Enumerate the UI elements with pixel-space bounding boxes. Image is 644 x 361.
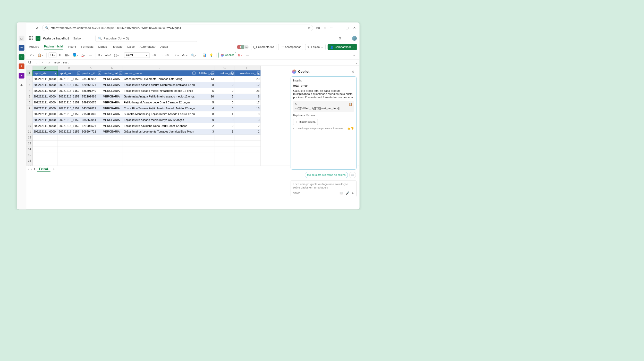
table-cell[interactable]: 202212111_0000 [33, 117, 58, 123]
table-header-cell[interactable]: report_end▾ [58, 70, 81, 76]
table-cell[interactable] [58, 141, 81, 146]
sort-button[interactable]: A↓⌄ [181, 52, 189, 58]
table-cell[interactable] [196, 146, 215, 152]
copy-icon[interactable]: 📋 [349, 103, 352, 106]
table-cell[interactable]: 508694721 [81, 129, 102, 135]
table-cell[interactable]: 643597812 [81, 105, 102, 111]
table-cell[interactable]: MERCEARIA [102, 105, 123, 111]
ribbon-tab[interactable]: Revisão [112, 45, 123, 49]
table-cell[interactable]: 202212111_0000 [33, 123, 58, 129]
table-cell[interactable] [33, 146, 58, 152]
table-cell[interactable]: 15 [234, 105, 261, 111]
table-cell[interactable]: 752109468 [81, 94, 102, 100]
table-cell[interactable] [81, 152, 102, 158]
table-cell[interactable]: 202212111_0000 [33, 94, 58, 100]
ribbon-tab[interactable]: Automatizar [140, 45, 156, 49]
align-button[interactable]: ≡⌄ [97, 52, 103, 58]
row-header[interactable]: 1 [26, 70, 32, 76]
undo-button[interactable]: ↶⌄ [29, 52, 36, 58]
table-cell[interactable] [102, 158, 123, 164]
table-cell[interactable] [102, 141, 123, 146]
fill-color-button[interactable]: 🪣⌄ [72, 52, 80, 58]
table-cell[interactable]: 20221218_1159 [58, 88, 81, 94]
copilot-input[interactable]: Faça uma pergunta ou faça uma solicitaçã… [291, 180, 357, 197]
sheet-tab[interactable]: Folha1 [37, 167, 50, 171]
row-header[interactable]: 8 [26, 111, 32, 117]
table-cell[interactable]: Feijão Integral Assado Leve Brasil Cerra… [123, 100, 196, 105]
ribbon-tab[interactable]: Dados [98, 45, 107, 49]
table-cell[interactable]: 0 [215, 88, 234, 94]
table-cell[interactable] [58, 135, 81, 141]
table-cell[interactable]: MERCEARIA [102, 82, 123, 88]
table-cell[interactable]: 17 [234, 100, 261, 105]
row-header[interactable]: 9 [26, 117, 32, 123]
minimize-button[interactable]: — [338, 26, 342, 30]
table-cell[interactable]: Feijão inteiro assado médio Yirgacheffe … [123, 88, 196, 94]
accept-formula-icon[interactable]: ✓ [45, 61, 47, 64]
table-cell[interactable] [196, 135, 215, 141]
collections-icon[interactable]: ⊞ [323, 26, 327, 30]
analyze-data-button[interactable]: 📊 [202, 52, 207, 58]
editing-mode-button[interactable]: ✎Edição⌄ [305, 44, 326, 50]
column-header[interactable]: C [81, 65, 102, 70]
all-sheets-button[interactable]: ≡ [34, 167, 35, 171]
filter-icon[interactable]: ▾ [192, 72, 196, 75]
number-format-select[interactable]: Geral⌄ [124, 52, 150, 58]
filter-icon[interactable]: ▾ [257, 72, 260, 75]
cells-format-button[interactable]: ⊞⌄ [237, 52, 244, 58]
table-cell[interactable] [123, 158, 196, 164]
table-cell[interactable]: Costa Rica Tarrazu Feijão Inteiro Assado… [123, 105, 196, 111]
refresh-button[interactable]: ⟳ [35, 26, 40, 30]
table-cell[interactable]: 234583957 [81, 76, 102, 82]
table-cell[interactable] [196, 164, 215, 166]
cancel-formula-icon[interactable]: ✕ [42, 61, 44, 64]
add-sheet-button[interactable]: ＋ [52, 167, 55, 171]
powerpoint-icon[interactable]: P [19, 63, 24, 69]
table-header-cell[interactable]: product_cat▾ [102, 70, 123, 76]
table-cell[interactable] [234, 135, 261, 141]
table-cell[interactable]: 386591240 [81, 88, 102, 94]
table-cell[interactable]: 202212111_0000 [33, 105, 58, 111]
column-header[interactable]: E [123, 65, 196, 70]
table-cell[interactable] [215, 135, 234, 141]
expand-formula-bar-icon[interactable]: ⌄ [354, 60, 360, 65]
user-avatar[interactable] [352, 36, 357, 41]
row-header[interactable]: 10 [26, 123, 32, 129]
column-header[interactable]: B [58, 65, 81, 70]
font-color-button[interactable]: A⌄ [81, 52, 87, 58]
table-cell[interactable] [102, 164, 123, 166]
table-cell[interactable]: 0 [215, 76, 234, 82]
table-cell[interactable] [123, 146, 196, 152]
table-cell[interactable]: 29 [234, 76, 261, 82]
favorites-icon[interactable]: ✩≡ [316, 26, 320, 30]
table-cell[interactable] [234, 152, 261, 158]
ribbon-collapse-icon[interactable]: ⌄ [351, 52, 357, 58]
table-cell[interactable] [234, 164, 261, 166]
explain-formula-toggle[interactable]: Explicar a fórmula⌄ [293, 114, 354, 117]
tab-icon[interactable]: ▢ [19, 36, 24, 41]
table-cell[interactable]: 202212111_0000 [33, 111, 58, 117]
table-cell[interactable]: 2 [196, 123, 215, 129]
table-header-cell[interactable]: warehouse_qty▾ [234, 70, 261, 76]
table-cell[interactable]: 20221218_1159 [58, 94, 81, 100]
column-header[interactable]: H [234, 65, 261, 70]
row-header[interactable]: 14 [26, 146, 32, 152]
table-cell[interactable]: 0 [215, 105, 234, 111]
row-header[interactable]: 15 [26, 152, 32, 158]
presence-more[interactable]: +4 [244, 45, 249, 50]
close-button[interactable]: ✕ [352, 26, 357, 30]
table-cell[interactable] [215, 158, 234, 164]
table-cell[interactable] [215, 164, 234, 166]
table-cell[interactable]: 20221218_1159 [58, 111, 81, 117]
table-cell[interactable] [33, 135, 58, 141]
onenote-icon[interactable]: N [19, 73, 24, 78]
comments-button[interactable]: 💬Comentários [251, 44, 276, 50]
table-cell[interactable]: 5 [196, 88, 215, 94]
table-cell[interactable]: 20221218_1159 [58, 82, 81, 88]
table-cell[interactable] [123, 141, 196, 146]
table-cell[interactable]: Grãos Inteiros Levemente Torrados Otter … [123, 76, 196, 82]
ideas-button[interactable]: 💡 [209, 52, 214, 58]
table-cell[interactable]: 8 [234, 111, 261, 117]
merge-button[interactable]: ⬚⌄ [113, 52, 120, 58]
table-cell[interactable]: 0 [215, 123, 234, 129]
